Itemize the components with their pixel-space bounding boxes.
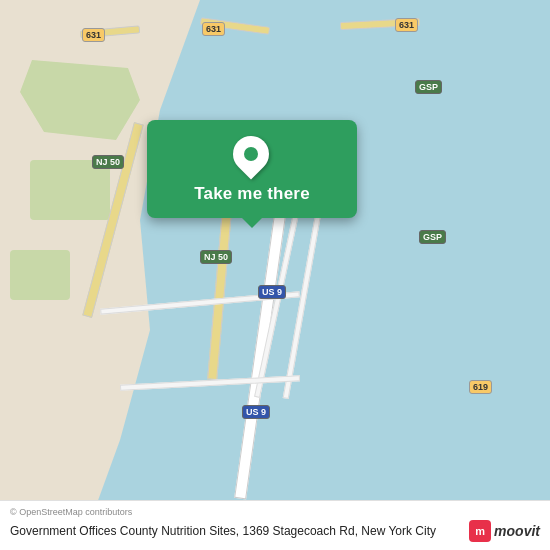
location-text: Government Offices County Nutrition Site… xyxy=(10,523,469,539)
shield-gsp-t: GSP xyxy=(415,80,442,94)
moovit-icon-letter: m xyxy=(475,525,485,537)
shield-619: 619 xyxy=(469,380,492,394)
location-info: Government Offices County Nutrition Site… xyxy=(10,520,540,542)
shield-nj50-l: NJ 50 xyxy=(92,155,124,169)
moovit-icon: m xyxy=(469,520,491,542)
popup-card[interactable]: Take me there xyxy=(147,120,357,218)
pin-inner xyxy=(244,147,258,161)
moovit-text: moovit xyxy=(494,523,540,539)
bottom-bar: © OpenStreetMap contributors Government … xyxy=(0,500,550,550)
shield-631-tr: 631 xyxy=(395,18,418,32)
location-pin-container xyxy=(233,136,271,174)
shield-us9-t: US 9 xyxy=(258,285,286,299)
shield-gsp-m: GSP xyxy=(419,230,446,244)
shield-nj50-r: NJ 50 xyxy=(200,250,232,264)
map-container: 631631631NJ 50NJ 50GSPGSPUS 9US 9619 Tak… xyxy=(0,0,550,550)
moovit-logo: m moovit xyxy=(469,520,540,542)
take-me-there-button[interactable]: Take me there xyxy=(194,184,310,204)
pin-outer xyxy=(226,129,277,180)
green-area-2 xyxy=(30,160,110,220)
shield-631-tl: 631 xyxy=(82,28,105,42)
green-area-3 xyxy=(10,250,70,300)
shield-us9-b: US 9 xyxy=(242,405,270,419)
shield-631-tc: 631 xyxy=(202,22,225,36)
map-attribution: © OpenStreetMap contributors xyxy=(10,507,540,517)
